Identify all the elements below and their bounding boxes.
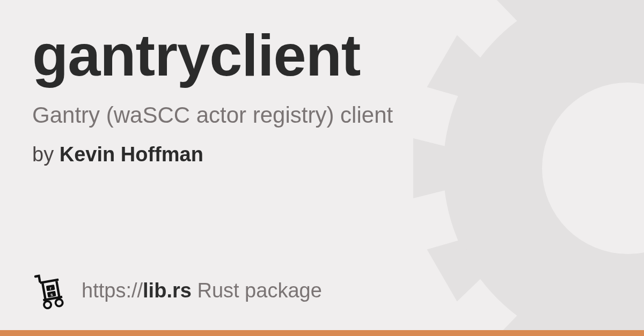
footer-suffix: Rust package <box>192 279 322 302</box>
footer-text: https://lib.rs Rust package <box>82 279 322 302</box>
package-author: by Kevin Hoffman <box>32 143 612 166</box>
svg-point-6 <box>43 301 52 309</box>
package-description: Gantry (waSCC actor registry) client <box>32 101 419 130</box>
accent-bar <box>0 330 644 336</box>
author-name: Kevin Hoffman <box>60 143 203 166</box>
author-prefix: by <box>32 143 60 166</box>
footer-url-prefix: https:// <box>82 279 143 302</box>
footer-domain: lib.rs <box>143 279 192 302</box>
svg-point-7 <box>55 298 63 307</box>
package-title: gantryclient <box>32 24 612 86</box>
package-card: gantryclient Gantry (waSCC actor registr… <box>0 0 644 336</box>
librs-logo-icon: r s <box>32 272 70 309</box>
footer: r s https://lib.rs Rust package <box>32 272 322 309</box>
